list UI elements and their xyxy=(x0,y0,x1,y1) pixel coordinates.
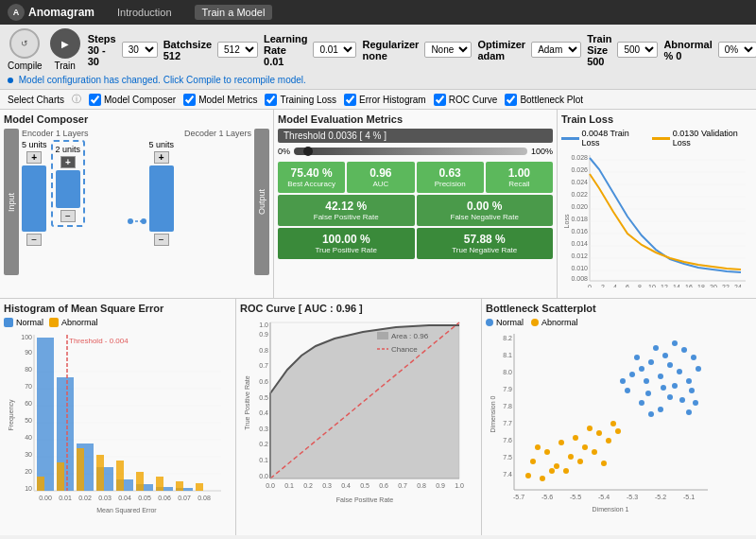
nav-introduction[interactable]: Introduction xyxy=(110,5,179,20)
roc-chart: 0.0 0.1 0.2 0.3 0.4 0.5 0.6 0.7 0.8 0.9 … xyxy=(240,318,474,516)
decoder-layer-1: 5 units + − xyxy=(149,140,175,246)
recall-label: Recall xyxy=(488,180,551,188)
svg-text:Dimension 1: Dimension 1 xyxy=(593,506,629,513)
svg-text:100: 100 xyxy=(21,334,32,340)
checkbox-training-loss[interactable]: Training Loss xyxy=(265,94,336,106)
steps-row: Steps 30 - 30 30 Batchsize 512 512 Learn… xyxy=(88,33,756,67)
logo-icon: A xyxy=(8,4,25,21)
train-button[interactable]: ▶ xyxy=(50,28,80,59)
svg-point-176 xyxy=(568,454,574,460)
optimizer-select[interactable]: Adam xyxy=(531,42,581,58)
train-size-select[interactable]: 500 xyxy=(617,42,658,58)
steps-select[interactable]: 30 xyxy=(122,42,158,58)
svg-text:Frequency: Frequency xyxy=(8,399,15,431)
svg-text:0.3: 0.3 xyxy=(322,482,332,489)
svg-point-188 xyxy=(601,461,607,466)
panel-model-composer: Model Composer Input Encoder 1 Layers 5 … xyxy=(0,110,274,298)
svg-point-186 xyxy=(563,468,569,474)
svg-rect-74 xyxy=(136,472,144,491)
svg-text:0.2: 0.2 xyxy=(303,482,313,489)
precision-cell: 0.63 Precision xyxy=(417,162,484,193)
bottleneck-title: Bottleneck Scatterplot xyxy=(486,303,752,314)
svg-text:0.010: 0.010 xyxy=(571,265,588,271)
svg-text:40: 40 xyxy=(25,434,32,441)
svg-point-166 xyxy=(658,407,663,412)
svg-point-162 xyxy=(679,397,685,403)
svg-text:Chance: Chance xyxy=(391,345,418,354)
tpr-label: True Positive Rate xyxy=(280,246,413,254)
svg-text:0.026: 0.026 xyxy=(571,166,588,173)
svg-text:0.00: 0.00 xyxy=(39,495,52,501)
svg-text:False Positive Rate: False Positive Rate xyxy=(336,496,393,503)
checkbox-error-histogram[interactable]: Error Histogram xyxy=(344,94,426,106)
roc-title: ROC Curve [ AUC : 0.96 ] xyxy=(240,303,477,314)
slider-thumb xyxy=(303,147,313,156)
svg-point-167 xyxy=(648,411,654,417)
svg-point-148 xyxy=(644,378,649,384)
encoder-label: Encoder 1 Layers xyxy=(22,129,89,138)
reg-label: Regularizer none xyxy=(362,39,419,61)
checkbox-model-metrics[interactable]: Model Metrics xyxy=(183,94,257,106)
train-loss-chart: 0.028 0.026 0.024 0.022 0.020 0.018 0.01… xyxy=(561,150,746,287)
threshold-bar: Threshold 0.0036 [ 4 % ] xyxy=(278,129,553,143)
lr-label: Learning Rate 0.01 xyxy=(264,33,307,67)
layer1-block xyxy=(22,165,46,232)
svg-text:0.9: 0.9 xyxy=(436,482,445,489)
train-size-label: Train Size 500 xyxy=(587,33,611,67)
svg-text:50: 50 xyxy=(25,417,32,424)
svg-text:0.04: 0.04 xyxy=(118,495,131,501)
svg-text:0.5: 0.5 xyxy=(259,394,268,401)
chart-select-bar: Select Charts ⓘ Model Composer Model Met… xyxy=(0,90,756,110)
layer2-remove-btn[interactable]: − xyxy=(60,210,76,222)
svg-rect-61 xyxy=(37,338,54,491)
slider-right-label: 100% xyxy=(531,147,553,156)
slider-left-label: 0% xyxy=(278,147,290,156)
checkbox-model-composer[interactable]: Model Composer xyxy=(89,94,176,106)
metrics-row-1: 75.40 % Best Accuracy 0.96 AUC 0.63 Prec… xyxy=(278,162,553,193)
svg-point-177 xyxy=(582,444,588,450)
nav-train-model[interactable]: Train a Model xyxy=(195,5,273,20)
checkbox-bottleneck-plot[interactable]: Bottleneck Plot xyxy=(505,94,583,106)
svg-point-173 xyxy=(587,426,593,431)
fnr-cell: 0.00 % False Negative Rate xyxy=(417,195,554,226)
checkbox-roc-curve[interactable]: ROC Curve xyxy=(434,94,498,106)
fpr-val: 42.12 % xyxy=(280,200,413,213)
best-accuracy-val: 75.40 % xyxy=(280,166,343,180)
main-content: Model Composer Input Encoder 1 Layers 5 … xyxy=(0,110,756,539)
svg-text:0.008: 0.008 xyxy=(571,275,588,282)
svg-text:0.1: 0.1 xyxy=(259,457,268,463)
layer1-remove-btn[interactable]: − xyxy=(26,234,42,246)
svg-text:80: 80 xyxy=(25,366,32,373)
svg-text:0.01: 0.01 xyxy=(59,495,72,501)
svg-text:22: 22 xyxy=(722,284,730,287)
svg-point-180 xyxy=(554,463,559,469)
svg-text:0.02: 0.02 xyxy=(78,495,92,501)
svg-text:Mean Squared Error: Mean Squared Error xyxy=(96,507,157,514)
lr-select[interactable]: 0.01 xyxy=(313,42,356,58)
precision-label: Precision xyxy=(419,180,482,188)
output-label: Output xyxy=(254,129,269,275)
decoder-area: Decoder 1 Layers 5 units + − xyxy=(149,129,252,275)
svg-text:1.0: 1.0 xyxy=(455,482,464,489)
svg-point-179 xyxy=(610,421,616,426)
decoder-add-btn[interactable]: + xyxy=(154,151,169,164)
svg-point-151 xyxy=(691,355,696,360)
decoder-remove-btn[interactable]: − xyxy=(154,234,169,246)
svg-text:0.4: 0.4 xyxy=(259,409,268,416)
layer1-add-btn[interactable]: + xyxy=(26,151,42,164)
abnormal-select[interactable]: 0% xyxy=(718,42,756,58)
svg-point-152 xyxy=(634,355,640,360)
compile-button[interactable]: ↺ xyxy=(9,28,40,59)
svg-text:0: 0 xyxy=(588,284,592,287)
batchsize-select[interactable]: 512 xyxy=(217,42,258,58)
layer1-units: 5 units xyxy=(22,140,47,149)
svg-rect-72 xyxy=(96,455,104,491)
svg-text:2: 2 xyxy=(601,284,605,287)
reg-select[interactable]: None xyxy=(424,42,472,58)
svg-text:-5.2: -5.2 xyxy=(655,494,666,500)
controls-top: ↺ Compile ▶ Train Steps 30 - 30 30 Batch… xyxy=(8,28,748,71)
layer2-add-btn[interactable]: + xyxy=(60,156,76,168)
svg-point-150 xyxy=(677,369,682,374)
svg-text:0.08: 0.08 xyxy=(198,495,211,501)
threshold-slider[interactable] xyxy=(294,148,527,155)
